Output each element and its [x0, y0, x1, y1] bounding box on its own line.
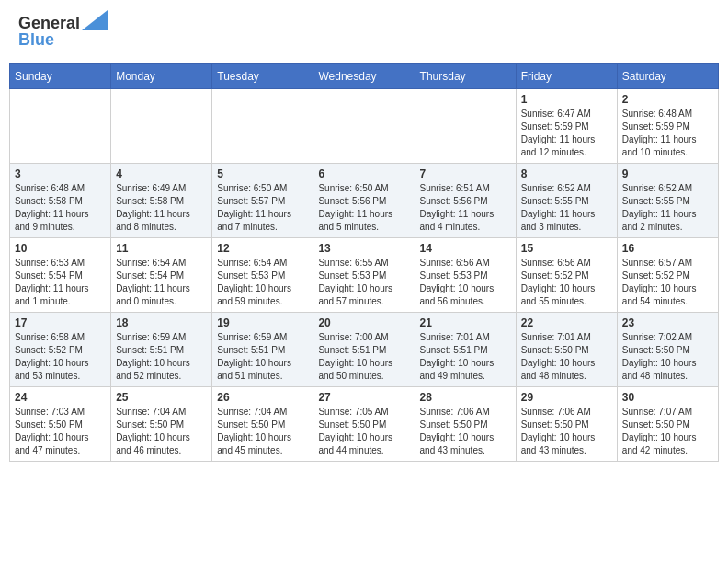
- day-info: Sunrise: 6:54 AMSunset: 5:54 PMDaylight:…: [116, 257, 207, 308]
- calendar-cell: 2Sunrise: 6:48 AMSunset: 5:59 PMDaylight…: [617, 88, 718, 163]
- weekday-header-wednesday: Wednesday: [313, 63, 415, 88]
- calendar-week-row: 1Sunrise: 6:47 AMSunset: 5:59 PMDaylight…: [10, 88, 719, 163]
- calendar-cell: 25Sunrise: 7:04 AMSunset: 5:50 PMDayligh…: [111, 386, 212, 461]
- day-info: Sunrise: 7:00 AMSunset: 5:51 PMDaylight:…: [318, 331, 409, 383]
- day-number: 29: [521, 391, 612, 404]
- day-info: Sunrise: 7:05 AMSunset: 5:50 PMDaylight:…: [318, 406, 409, 457]
- day-number: 30: [622, 391, 713, 404]
- day-number: 10: [15, 242, 106, 255]
- day-number: 13: [318, 242, 409, 255]
- calendar-cell: 14Sunrise: 6:56 AMSunset: 5:53 PMDayligh…: [415, 237, 516, 312]
- day-number: 20: [318, 316, 409, 329]
- day-info: Sunrise: 6:56 AMSunset: 5:53 PMDaylight:…: [420, 257, 511, 308]
- calendar-cell: 19Sunrise: 6:59 AMSunset: 5:51 PMDayligh…: [212, 312, 313, 386]
- weekday-header-thursday: Thursday: [415, 63, 516, 88]
- day-number: 28: [420, 391, 511, 404]
- calendar-cell: 22Sunrise: 7:01 AMSunset: 5:50 PMDayligh…: [516, 312, 617, 386]
- calendar-week-row: 10Sunrise: 6:53 AMSunset: 5:54 PMDayligh…: [10, 237, 719, 312]
- day-number: 21: [420, 316, 511, 329]
- day-number: 27: [318, 391, 409, 404]
- day-number: 15: [521, 242, 612, 255]
- day-number: 23: [622, 316, 713, 329]
- day-info: Sunrise: 6:57 AMSunset: 5:52 PMDaylight:…: [622, 257, 713, 308]
- day-number: 19: [217, 316, 308, 329]
- weekday-header-sunday: Sunday: [10, 63, 111, 88]
- calendar-cell: 1Sunrise: 6:47 AMSunset: 5:59 PMDaylight…: [516, 88, 617, 163]
- day-number: 9: [622, 167, 713, 180]
- day-info: Sunrise: 7:06 AMSunset: 5:50 PMDaylight:…: [521, 406, 612, 457]
- day-info: Sunrise: 6:50 AMSunset: 5:56 PMDaylight:…: [318, 182, 409, 234]
- day-number: 24: [15, 391, 106, 404]
- calendar-cell: 15Sunrise: 6:56 AMSunset: 5:52 PMDayligh…: [516, 237, 617, 312]
- day-number: 26: [217, 391, 308, 404]
- svg-marker-0: [82, 10, 108, 30]
- day-number: 16: [622, 242, 713, 255]
- calendar-cell: 5Sunrise: 6:50 AMSunset: 5:57 PMDaylight…: [212, 163, 313, 237]
- calendar-cell: 18Sunrise: 6:59 AMSunset: 5:51 PMDayligh…: [111, 312, 212, 386]
- day-info: Sunrise: 7:06 AMSunset: 5:50 PMDaylight:…: [420, 406, 511, 457]
- calendar-cell: 8Sunrise: 6:52 AMSunset: 5:55 PMDaylight…: [516, 163, 617, 237]
- day-info: Sunrise: 7:07 AMSunset: 5:50 PMDaylight:…: [622, 406, 713, 457]
- weekday-header-monday: Monday: [111, 63, 212, 88]
- calendar-cell: 10Sunrise: 6:53 AMSunset: 5:54 PMDayligh…: [10, 237, 111, 312]
- calendar-cell: 9Sunrise: 6:52 AMSunset: 5:55 PMDaylight…: [617, 163, 718, 237]
- day-number: 2: [622, 93, 713, 106]
- day-info: Sunrise: 6:49 AMSunset: 5:58 PMDaylight:…: [116, 182, 207, 234]
- calendar-cell: 16Sunrise: 6:57 AMSunset: 5:52 PMDayligh…: [617, 237, 718, 312]
- day-info: Sunrise: 6:50 AMSunset: 5:57 PMDaylight:…: [217, 182, 308, 234]
- calendar-cell: 29Sunrise: 7:06 AMSunset: 5:50 PMDayligh…: [516, 386, 617, 461]
- day-info: Sunrise: 7:01 AMSunset: 5:50 PMDaylight:…: [521, 331, 612, 383]
- calendar-cell: [111, 88, 212, 163]
- day-info: Sunrise: 6:48 AMSunset: 5:58 PMDaylight:…: [15, 182, 106, 234]
- calendar-cell: [415, 88, 516, 163]
- day-number: 22: [521, 316, 612, 329]
- day-info: Sunrise: 6:59 AMSunset: 5:51 PMDaylight:…: [116, 331, 207, 383]
- calendar-cell: 7Sunrise: 6:51 AMSunset: 5:56 PMDaylight…: [415, 163, 516, 237]
- day-info: Sunrise: 6:58 AMSunset: 5:52 PMDaylight:…: [15, 331, 106, 383]
- calendar-cell: 20Sunrise: 7:00 AMSunset: 5:51 PMDayligh…: [313, 312, 415, 386]
- calendar-cell: [212, 88, 313, 163]
- calendar-cell: 6Sunrise: 6:50 AMSunset: 5:56 PMDaylight…: [313, 163, 415, 237]
- calendar-week-row: 17Sunrise: 6:58 AMSunset: 5:52 PMDayligh…: [10, 312, 719, 386]
- weekday-header-saturday: Saturday: [617, 63, 718, 88]
- day-info: Sunrise: 7:02 AMSunset: 5:50 PMDaylight:…: [622, 331, 713, 383]
- day-number: 12: [217, 242, 308, 255]
- calendar-cell: 12Sunrise: 6:54 AMSunset: 5:53 PMDayligh…: [212, 237, 313, 312]
- logo-icon: [82, 10, 108, 30]
- day-number: 17: [15, 316, 106, 329]
- day-number: 8: [521, 167, 612, 180]
- day-info: Sunrise: 7:04 AMSunset: 5:50 PMDaylight:…: [116, 406, 207, 457]
- day-info: Sunrise: 6:54 AMSunset: 5:53 PMDaylight:…: [217, 257, 308, 308]
- calendar-cell: 11Sunrise: 6:54 AMSunset: 5:54 PMDayligh…: [111, 237, 212, 312]
- day-info: Sunrise: 6:59 AMSunset: 5:51 PMDaylight:…: [217, 331, 308, 383]
- day-info: Sunrise: 6:51 AMSunset: 5:56 PMDaylight:…: [420, 182, 511, 234]
- day-info: Sunrise: 6:52 AMSunset: 5:55 PMDaylight:…: [622, 182, 713, 234]
- calendar-cell: 17Sunrise: 6:58 AMSunset: 5:52 PMDayligh…: [10, 312, 111, 386]
- calendar-week-row: 24Sunrise: 7:03 AMSunset: 5:50 PMDayligh…: [10, 386, 719, 461]
- calendar-cell: 21Sunrise: 7:01 AMSunset: 5:51 PMDayligh…: [415, 312, 516, 386]
- calendar-cell: 13Sunrise: 6:55 AMSunset: 5:53 PMDayligh…: [313, 237, 415, 312]
- day-info: Sunrise: 6:48 AMSunset: 5:59 PMDaylight:…: [622, 108, 713, 159]
- day-number: 18: [116, 316, 207, 329]
- calendar-week-row: 3Sunrise: 6:48 AMSunset: 5:58 PMDaylight…: [10, 163, 719, 237]
- day-number: 1: [521, 93, 612, 106]
- calendar-cell: 23Sunrise: 7:02 AMSunset: 5:50 PMDayligh…: [617, 312, 718, 386]
- day-info: Sunrise: 6:47 AMSunset: 5:59 PMDaylight:…: [521, 108, 612, 159]
- calendar-cell: 3Sunrise: 6:48 AMSunset: 5:58 PMDaylight…: [10, 163, 111, 237]
- calendar-cell: 24Sunrise: 7:03 AMSunset: 5:50 PMDayligh…: [10, 386, 111, 461]
- calendar-cell: [313, 88, 415, 163]
- day-number: 7: [420, 167, 511, 180]
- day-number: 5: [217, 167, 308, 180]
- calendar-table: SundayMondayTuesdayWednesdayThursdayFrid…: [9, 63, 719, 462]
- calendar-cell: [10, 88, 111, 163]
- calendar-cell: 30Sunrise: 7:07 AMSunset: 5:50 PMDayligh…: [617, 386, 718, 461]
- day-info: Sunrise: 7:03 AMSunset: 5:50 PMDaylight:…: [15, 406, 106, 457]
- calendar-cell: 4Sunrise: 6:49 AMSunset: 5:58 PMDaylight…: [111, 163, 212, 237]
- day-info: Sunrise: 7:04 AMSunset: 5:50 PMDaylight:…: [217, 406, 308, 457]
- weekday-header-row: SundayMondayTuesdayWednesdayThursdayFrid…: [10, 63, 719, 88]
- day-info: Sunrise: 6:56 AMSunset: 5:52 PMDaylight:…: [521, 257, 612, 308]
- day-number: 25: [116, 391, 207, 404]
- day-info: Sunrise: 7:01 AMSunset: 5:51 PMDaylight:…: [420, 331, 511, 383]
- page-header: General Blue: [9, 9, 719, 54]
- day-info: Sunrise: 6:53 AMSunset: 5:54 PMDaylight:…: [15, 257, 106, 308]
